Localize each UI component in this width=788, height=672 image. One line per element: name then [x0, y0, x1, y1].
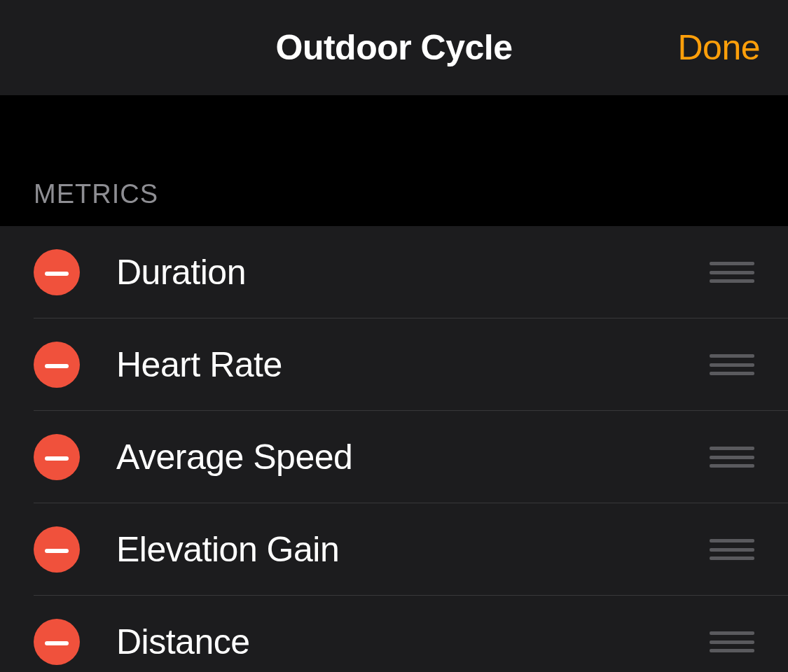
- remove-button[interactable]: [34, 619, 80, 665]
- drag-handle-icon[interactable]: [710, 447, 754, 468]
- section-header-metrics: METRICS: [0, 95, 788, 226]
- metric-label: Duration: [116, 252, 710, 293]
- drag-handle-icon[interactable]: [710, 354, 754, 375]
- minus-icon: [45, 636, 69, 648]
- minus-icon: [45, 451, 69, 463]
- minus-icon: [45, 266, 69, 279]
- metric-row: Average Speed: [0, 411, 788, 503]
- minus-icon: [45, 358, 69, 371]
- drag-handle-icon[interactable]: [710, 262, 754, 283]
- svg-rect-3: [45, 549, 69, 553]
- done-button[interactable]: Done: [677, 27, 760, 68]
- metric-row: Heart Rate: [0, 318, 788, 411]
- metric-row: Elevation Gain: [0, 503, 788, 596]
- metrics-list: Duration Heart Rate Average Speed: [0, 226, 788, 672]
- drag-handle-icon[interactable]: [710, 631, 754, 652]
- minus-icon: [45, 543, 69, 556]
- metric-label: Elevation Gain: [116, 529, 710, 570]
- remove-button[interactable]: [34, 434, 80, 480]
- remove-button[interactable]: [34, 526, 80, 573]
- metric-label: Average Speed: [116, 437, 710, 477]
- header-bar: Outdoor Cycle Done: [0, 0, 788, 95]
- content-area: METRICS Duration Heart Rate: [0, 95, 788, 672]
- metric-row: Distance: [0, 596, 788, 672]
- page-title: Outdoor Cycle: [276, 27, 513, 68]
- metric-row: Duration: [0, 226, 788, 318]
- remove-button[interactable]: [34, 342, 80, 388]
- svg-rect-2: [45, 456, 69, 461]
- metric-label: Heart Rate: [116, 344, 710, 385]
- svg-rect-4: [45, 641, 69, 645]
- metric-label: Distance: [116, 622, 710, 662]
- drag-handle-icon[interactable]: [710, 539, 754, 560]
- svg-rect-1: [45, 364, 69, 368]
- svg-rect-0: [45, 272, 69, 276]
- remove-button[interactable]: [34, 249, 80, 295]
